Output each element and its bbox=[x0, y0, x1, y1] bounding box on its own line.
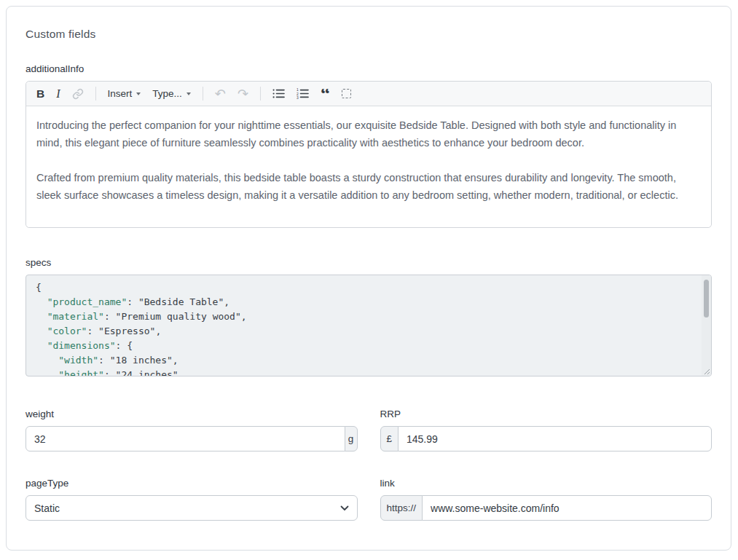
bold-button[interactable]: B bbox=[36, 88, 44, 100]
additional-info-label: additionalInfo bbox=[25, 63, 712, 74]
editor-content-area[interactable]: Introducing the perfect companion for yo… bbox=[26, 106, 711, 227]
weight-input[interactable] bbox=[25, 426, 345, 451]
code-line: "color": "Espresso", bbox=[36, 326, 161, 336]
field-page-type: pageType Static bbox=[25, 478, 358, 521]
rich-text-editor: B I Insert Type... ↶ bbox=[25, 81, 712, 228]
rrp-label: RRP bbox=[380, 409, 713, 419]
link-label: link bbox=[380, 478, 713, 489]
chevron-down-icon bbox=[136, 92, 141, 95]
dashed-box-icon[interactable] bbox=[342, 89, 351, 98]
form-row: pageType Static link https:// bbox=[25, 478, 712, 521]
code-line: "width": "18 inches", bbox=[36, 355, 178, 366]
chevron-down-icon bbox=[187, 92, 191, 95]
field-weight: weight g bbox=[25, 409, 358, 451]
insert-dropdown[interactable]: Insert bbox=[108, 89, 141, 99]
specs-code: { "product_name": "Bedside Table", "mate… bbox=[26, 275, 711, 376]
currency-addon: £ bbox=[380, 426, 399, 451]
field-rrp: RRP £ bbox=[380, 409, 713, 451]
protocol-addon: https:// bbox=[380, 495, 423, 521]
code-line: "material": "Premium quality wood", bbox=[36, 311, 247, 322]
code-line: { "product_name": "Bedside Table", "mate… bbox=[36, 282, 247, 376]
numbered-list-icon[interactable]: 1 2 3 bbox=[297, 88, 309, 99]
page-type-label: pageType bbox=[25, 478, 358, 489]
rrp-input[interactable] bbox=[398, 426, 712, 451]
page-title: Custom fields bbox=[25, 7, 712, 41]
specs-label: specs bbox=[25, 257, 712, 268]
bullet-list-icon[interactable] bbox=[272, 88, 285, 99]
field-specs: specs { "product_name": "Bedside Table",… bbox=[25, 257, 712, 376]
specs-code-textarea[interactable]: { "product_name": "Bedside Table", "mate… bbox=[25, 275, 712, 376]
redo-icon[interactable]: ↷ bbox=[238, 87, 248, 100]
field-link: link https:// bbox=[380, 478, 713, 521]
code-line: "dimensions": { bbox=[36, 340, 133, 351]
blockquote-icon[interactable]: “ bbox=[321, 89, 330, 99]
link-icon[interactable] bbox=[72, 88, 84, 100]
type-dropdown-label: Type... bbox=[152, 89, 182, 99]
editor-paragraph: Introducing the perfect companion for yo… bbox=[36, 117, 701, 151]
code-line: "product_name": "Bedside Table", bbox=[36, 296, 229, 307]
scrollbar-track[interactable] bbox=[702, 275, 711, 376]
form-row: weight g RRP £ bbox=[25, 409, 712, 451]
weight-label: weight bbox=[25, 409, 358, 419]
weight-unit-addon: g bbox=[345, 426, 358, 451]
toolbar-divider bbox=[95, 87, 96, 100]
page-type-select[interactable]: Static bbox=[25, 495, 358, 521]
code-line: "height": "24 inches" bbox=[36, 369, 178, 376]
italic-button[interactable]: I bbox=[56, 88, 60, 100]
custom-fields-card: Custom fields additionalInfo B I Insert bbox=[6, 6, 731, 551]
toolbar-divider bbox=[260, 87, 261, 100]
resize-grip-icon[interactable] bbox=[703, 368, 710, 375]
field-additional-info: additionalInfo B I Insert Type... bbox=[25, 63, 712, 228]
insert-dropdown-label: Insert bbox=[108, 89, 133, 99]
editor-toolbar: B I Insert Type... ↶ bbox=[26, 82, 711, 106]
scrollbar-thumb[interactable] bbox=[704, 280, 709, 318]
undo-icon[interactable]: ↶ bbox=[215, 87, 226, 100]
type-dropdown[interactable]: Type... bbox=[152, 89, 191, 99]
link-input[interactable] bbox=[422, 495, 712, 521]
editor-paragraph: Crafted from premium quality materials, … bbox=[36, 169, 701, 204]
svg-text:3: 3 bbox=[297, 95, 299, 99]
toolbar-divider bbox=[203, 87, 203, 100]
